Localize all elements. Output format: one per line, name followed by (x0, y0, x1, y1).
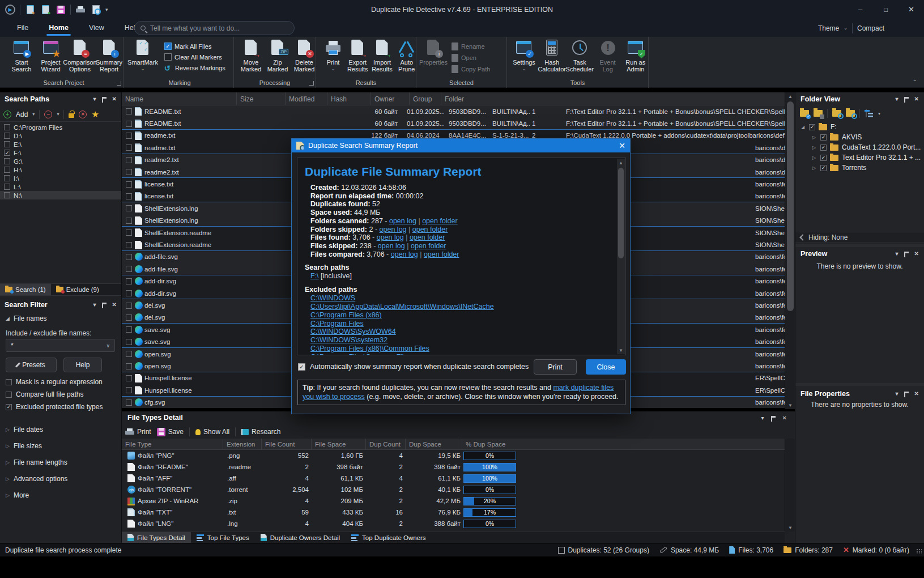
chevron-down-icon[interactable]: ▾ (93, 96, 96, 102)
task-scheduler-button[interactable]: Task Scheduler (564, 39, 595, 73)
filter-section-file-sizes[interactable]: ▷File sizes (0, 442, 121, 450)
save-project-icon[interactable] (55, 4, 66, 15)
tree-item[interactable]: ▷✓CudaText 1.222.0.0 Port... (795, 142, 924, 152)
search-path-link[interactable]: F:\ (310, 272, 319, 280)
compact-button[interactable]: Compact (857, 24, 884, 32)
checkbox-icon[interactable] (126, 363, 132, 369)
search-path-item[interactable]: L:\ (0, 182, 121, 191)
close-icon[interactable]: ✕ (112, 96, 117, 102)
excluded-path-link[interactable]: C:\Program Files (x86)\Common Files (310, 345, 429, 352)
collapsed-arrow-icon[interactable]: ▷ (812, 155, 817, 160)
open-folder-link[interactable]: open folder (422, 217, 458, 225)
path-checkbox[interactable] (4, 167, 10, 173)
tree-checkbox[interactable]: ✓ (820, 165, 827, 171)
presets-button[interactable]: Presets (6, 358, 57, 372)
file-type-row[interactable]: qbФайл "TORRENT".torrent2,504102 МБ240,1… (122, 484, 785, 495)
close-icon[interactable]: ✕ (782, 415, 787, 421)
pin-icon[interactable] (102, 97, 107, 103)
expanded-arrow-icon[interactable]: ◢ (801, 125, 806, 130)
pin-icon[interactable] (904, 97, 909, 103)
row-checkbox[interactable] (126, 348, 132, 360)
search-subfolder-icon[interactable] (846, 110, 855, 117)
checkbox-icon[interactable] (126, 351, 132, 357)
row-checkbox[interactable] (126, 275, 132, 287)
checkbox-icon[interactable] (126, 193, 132, 199)
tree-item[interactable]: ▷✓Text Editor Pro 32.1.1 + ... (795, 152, 924, 163)
open-log-link[interactable]: open log (377, 233, 404, 241)
column-header--dup-space[interactable]: % Dup Space (462, 439, 518, 450)
row-checkbox[interactable] (126, 324, 132, 335)
print-button[interactable]: Print (534, 359, 577, 375)
column-header-name[interactable]: Name (122, 92, 236, 105)
filter-section-more[interactable]: ▷More (0, 491, 121, 499)
close-icon[interactable]: ✕ (914, 96, 919, 102)
checkbox-icon[interactable] (126, 339, 132, 345)
open-log-link[interactable]: open log (380, 226, 407, 233)
chevron-down-icon[interactable]: ▾ (761, 415, 764, 421)
tab-search[interactable]: Search (1) (0, 284, 51, 295)
column-header-dup-count[interactable]: Dup Count (365, 439, 405, 450)
hash-calculator-button[interactable]: Hash Calculator (536, 39, 568, 73)
checkbox-icon[interactable] (126, 326, 132, 333)
excluded-path-link[interactable]: C:\WINDOWS (310, 294, 355, 302)
dialog-launcher-icon[interactable] (309, 81, 314, 86)
tree-root[interactable]: ◢✓F: (795, 122, 924, 132)
settings-button[interactable]: ✓Settings⌄ (508, 39, 540, 71)
filter-section-advanced-options[interactable]: ▷Advanced options (0, 475, 121, 483)
reverse-markings-button[interactable]: ↺Reverse Markings (164, 64, 225, 72)
resize-grip[interactable] (916, 549, 922, 554)
checkbox-icon[interactable] (126, 218, 132, 224)
path-checkbox[interactable]: ✓ (4, 150, 10, 156)
tree-checkbox[interactable]: ✓ (820, 144, 827, 151)
project-wizard-button[interactable]: ★Project Wizard (35, 39, 67, 73)
file-names-section[interactable]: ◢ File names (0, 314, 121, 322)
open-folder-link[interactable]: open folder (412, 226, 448, 233)
help-button[interactable]: Help (63, 358, 102, 372)
app-menu-icon[interactable]: ▶ (5, 4, 16, 15)
open-folder-link[interactable]: open folder (411, 242, 446, 250)
row-checkbox[interactable] (126, 178, 132, 190)
checkbox-icon[interactable] (126, 400, 132, 406)
scrollbar-thumb[interactable] (787, 101, 794, 311)
excluded-path-link[interactable]: C:\Program Files (x86) (310, 311, 382, 319)
close-button[interactable]: ✕ (899, 0, 924, 19)
search-path-item[interactable]: H:\ (0, 165, 121, 174)
favorites-star-icon[interactable]: ★ (91, 110, 99, 118)
path-checkbox[interactable] (4, 184, 10, 190)
path-checkbox[interactable] (4, 192, 10, 198)
tab-duplicate-owners-detail[interactable]: Duplicate Owners Detail (255, 532, 346, 543)
file-mask-combobox[interactable]: * ∨ (6, 339, 115, 352)
checkbox-icon[interactable] (126, 254, 132, 260)
row-checkbox[interactable] (126, 239, 132, 250)
path-checkbox[interactable] (4, 158, 10, 164)
checkbox-icon[interactable] (126, 121, 132, 127)
dialog-scrollbar[interactable]: ▲ ▼ (617, 159, 625, 354)
checkbox-icon[interactable] (126, 205, 132, 211)
row-checkbox[interactable] (126, 190, 132, 202)
search-folder-icon[interactable] (832, 110, 841, 117)
collapsed-arrow-icon[interactable]: ▷ (812, 135, 817, 140)
filter-checkbox-row[interactable]: Compare full file paths (0, 390, 121, 398)
column-header-extension[interactable]: Extension (223, 439, 261, 450)
chevron-down-icon[interactable]: ▾ (32, 112, 35, 117)
column-header-group[interactable]: Group (409, 92, 441, 105)
column-header-folder[interactable]: Folder (441, 92, 785, 105)
close-dialog-button[interactable]: Close (586, 359, 626, 375)
dialog-launcher-icon[interactable] (117, 81, 121, 86)
file-type-row[interactable]: Файл "LNG".lng4404 КБ2388 байт0% (122, 518, 785, 529)
column-header-file-type[interactable]: File Type (122, 439, 223, 450)
print-button[interactable]: Print (125, 428, 151, 436)
checkbox-icon[interactable] (126, 169, 132, 175)
row-checkbox[interactable] (126, 299, 132, 311)
delete-marked-button[interactable]: ✕Delete Marked (288, 39, 320, 73)
row-checkbox[interactable] (126, 263, 132, 275)
close-icon[interactable]: ✕ (914, 250, 919, 257)
path-checkbox[interactable] (4, 141, 10, 147)
tree-item[interactable]: ▷✓Torrents (795, 163, 924, 173)
scroll-up-icon[interactable]: ▲ (617, 159, 625, 167)
excluded-path-link[interactable]: C:\Users\lipi\AppData\Local\Microsoft\Wi… (310, 303, 494, 311)
minimize-button[interactable]: – (848, 0, 873, 19)
excluded-path-link[interactable]: C:\WINDOWS\SysWOW64 (310, 328, 396, 335)
chevron-down-icon[interactable]: ▾ (896, 390, 899, 397)
close-icon[interactable]: ✕ (914, 390, 919, 397)
